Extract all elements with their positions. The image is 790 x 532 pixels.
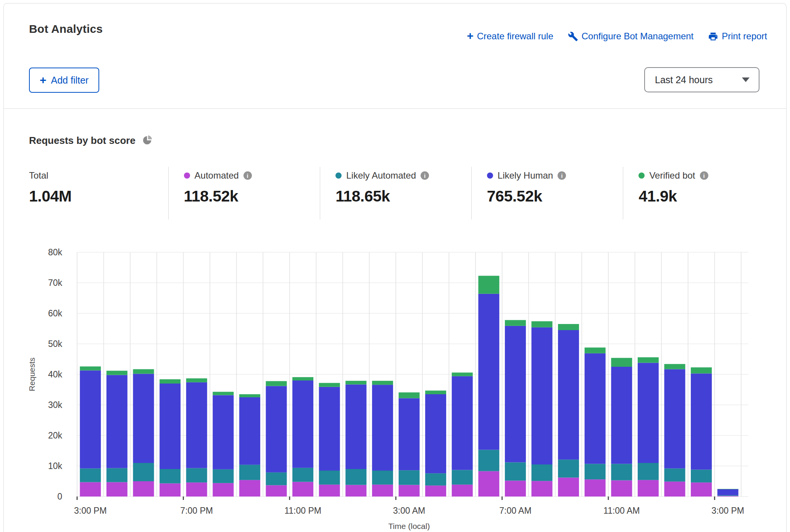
bar-segment-likely-human[interactable]	[319, 387, 340, 471]
bar-segment-likely-automated[interactable]	[425, 473, 446, 485]
bar-segment-likely-automated[interactable]	[133, 463, 154, 481]
bar-segment-verified-bot[interactable]	[186, 378, 207, 382]
bar-segment-verified-bot[interactable]	[638, 357, 659, 363]
info-icon[interactable]: i	[558, 171, 566, 180]
bar-segment-automated[interactable]	[532, 481, 553, 497]
bar-segment-automated[interactable]	[664, 482, 685, 497]
info-icon[interactable]: i	[700, 171, 708, 180]
bar-segment-likely-human[interactable]	[717, 489, 738, 495]
bar-segment-likely-human[interactable]	[558, 330, 579, 459]
bar-segment-likely-automated[interactable]	[717, 495, 738, 496]
bar-segment-automated[interactable]	[133, 481, 154, 497]
bar-segment-likely-human[interactable]	[106, 375, 127, 468]
bar-segment-likely-human[interactable]	[160, 384, 181, 469]
bar-segment-likely-human[interactable]	[691, 374, 712, 470]
bar-segment-likely-automated[interactable]	[585, 464, 606, 479]
bar-segment-verified-bot[interactable]	[664, 364, 685, 369]
bar-segment-automated[interactable]	[186, 482, 207, 497]
add-filter-button[interactable]: + Add filter	[29, 68, 99, 93]
bar-segment-likely-automated[interactable]	[372, 471, 393, 485]
bar-segment-likely-human[interactable]	[452, 376, 473, 470]
bar-segment-automated[interactable]	[425, 485, 446, 497]
bar-segment-verified-bot[interactable]	[611, 358, 632, 367]
bar-segment-likely-automated[interactable]	[80, 468, 101, 482]
bar-segment-likely-human[interactable]	[664, 369, 685, 468]
bar-segment-automated[interactable]	[452, 485, 473, 497]
bar-segment-likely-human[interactable]	[345, 384, 366, 469]
bar-segment-likely-automated[interactable]	[505, 462, 526, 480]
bar-segment-likely-human[interactable]	[505, 326, 526, 463]
bar-segment-verified-bot[interactable]	[505, 320, 526, 326]
bar-segment-automated[interactable]	[691, 482, 712, 497]
bar-segment-likely-automated[interactable]	[558, 459, 579, 477]
bar-segment-verified-bot[interactable]	[399, 392, 420, 398]
create-firewall-rule-link[interactable]: + Create firewall rule	[467, 31, 553, 42]
bar-segment-likely-human[interactable]	[80, 371, 101, 469]
bar-segment-verified-bot[interactable]	[532, 321, 553, 327]
bar-segment-automated[interactable]	[399, 485, 420, 497]
bar-segment-verified-bot[interactable]	[372, 381, 393, 385]
bar-segment-verified-bot[interactable]	[558, 324, 579, 330]
bar-segment-verified-bot[interactable]	[266, 381, 287, 386]
bar-segment-likely-human[interactable]	[213, 395, 234, 469]
bar-segment-likely-human[interactable]	[399, 398, 420, 470]
bar-segment-automated[interactable]	[372, 485, 393, 497]
bar-segment-automated[interactable]	[478, 471, 499, 497]
bar-segment-likely-human[interactable]	[478, 294, 499, 450]
bar-segment-likely-automated[interactable]	[399, 470, 420, 485]
bar-segment-verified-bot[interactable]	[717, 489, 738, 489]
bar-segment-likely-automated[interactable]	[239, 465, 260, 480]
bar-segment-verified-bot[interactable]	[478, 276, 499, 294]
bar-segment-verified-bot[interactable]	[213, 392, 234, 395]
bar-segment-verified-bot[interactable]	[160, 379, 181, 384]
bar-segment-likely-human[interactable]	[239, 397, 260, 465]
bar-segment-likely-automated[interactable]	[160, 469, 181, 484]
bar-segment-likely-automated[interactable]	[213, 469, 234, 483]
bar-segment-automated[interactable]	[585, 479, 606, 497]
bar-segment-automated[interactable]	[292, 482, 313, 497]
bar-segment-verified-bot[interactable]	[425, 390, 446, 394]
bar-segment-automated[interactable]	[717, 496, 738, 497]
bar-segment-likely-human[interactable]	[186, 382, 207, 468]
bar-segment-verified-bot[interactable]	[585, 348, 606, 353]
bar-segment-likely-human[interactable]	[133, 374, 154, 463]
requests-by-bot-score-chart[interactable]: 010k20k30k40k50k60k70k80k3:00 PM7:00 PM1…	[23, 241, 771, 532]
bar-segment-automated[interactable]	[213, 483, 234, 497]
bar-segment-likely-human[interactable]	[532, 327, 553, 464]
bar-segment-verified-bot[interactable]	[106, 371, 127, 375]
bar-segment-automated[interactable]	[106, 482, 127, 497]
bar-segment-automated[interactable]	[611, 480, 632, 497]
configure-bot-management-link[interactable]: Configure Bot Management	[568, 31, 694, 42]
bar-segment-likely-automated[interactable]	[345, 469, 366, 485]
bar-segment-automated[interactable]	[638, 480, 659, 497]
bar-segment-likely-human[interactable]	[611, 367, 632, 464]
bar-segment-verified-bot[interactable]	[239, 394, 260, 397]
bar-segment-automated[interactable]	[345, 485, 366, 497]
bar-segment-likely-human[interactable]	[638, 363, 659, 463]
bar-segment-likely-automated[interactable]	[532, 464, 553, 481]
bar-segment-automated[interactable]	[239, 480, 260, 497]
bar-segment-likely-human[interactable]	[425, 394, 446, 473]
bar-segment-likely-automated[interactable]	[186, 468, 207, 483]
bar-segment-likely-automated[interactable]	[611, 464, 632, 480]
bar-segment-automated[interactable]	[319, 485, 340, 497]
time-range-select[interactable]: Last 24 hours	[644, 67, 759, 92]
bar-segment-likely-human[interactable]	[292, 380, 313, 468]
bar-segment-likely-automated[interactable]	[691, 470, 712, 483]
print-report-link[interactable]: Print report	[708, 31, 767, 42]
bar-segment-likely-automated[interactable]	[638, 463, 659, 480]
bar-segment-likely-automated[interactable]	[452, 470, 473, 484]
info-icon[interactable]: i	[421, 171, 429, 180]
bar-segment-automated[interactable]	[80, 482, 101, 497]
bar-segment-likely-automated[interactable]	[292, 468, 313, 482]
bar-segment-automated[interactable]	[558, 477, 579, 497]
bar-segment-verified-bot[interactable]	[133, 369, 154, 374]
bar-segment-likely-automated[interactable]	[664, 468, 685, 481]
bar-segment-verified-bot[interactable]	[345, 381, 366, 385]
bar-segment-automated[interactable]	[160, 484, 181, 497]
bar-segment-verified-bot[interactable]	[691, 368, 712, 374]
bar-segment-verified-bot[interactable]	[292, 377, 313, 380]
bar-segment-verified-bot[interactable]	[452, 372, 473, 376]
bar-segment-likely-automated[interactable]	[319, 471, 340, 485]
info-icon[interactable]: i	[243, 171, 252, 180]
